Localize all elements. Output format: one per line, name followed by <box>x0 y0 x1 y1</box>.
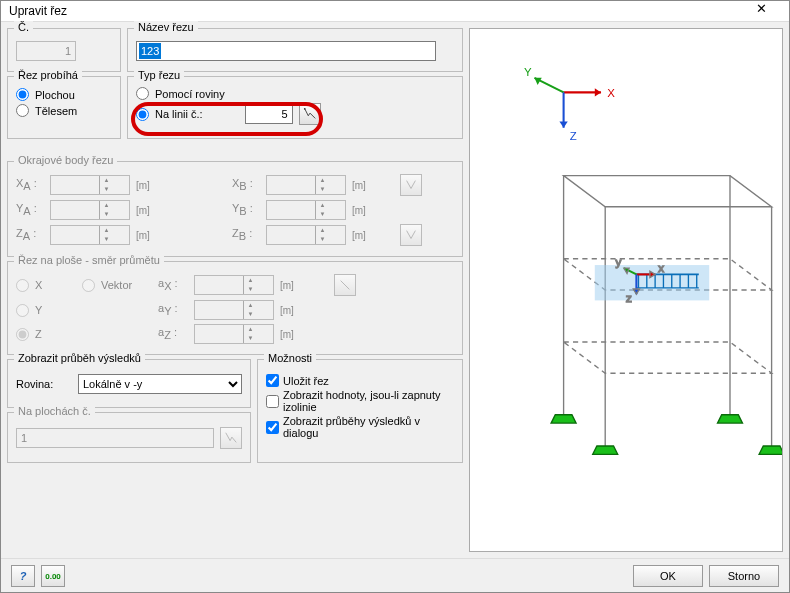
units-button[interactable]: 0.00 <box>41 565 65 587</box>
check-show-values[interactable]: Zobrazit hodnoty, jsou-li zapnuty izolin… <box>266 389 454 413</box>
pick-point-b-button <box>400 224 422 246</box>
radio-proj-y: Y <box>16 304 76 317</box>
picker-icon <box>303 107 317 121</box>
label-xa: XA : <box>16 177 44 192</box>
global-axes-icon: X Y Z <box>524 66 615 142</box>
radio-by-plane[interactable]: Pomocí roviny <box>136 87 454 100</box>
svg-marker-6 <box>559 122 567 128</box>
structure-preview: X Y Z <box>470 29 782 551</box>
input-xb: ▲▼ <box>266 175 346 195</box>
surfaces-input <box>16 428 214 448</box>
label-ax: aX : <box>158 277 188 292</box>
input-ya: ▲▼ <box>50 200 130 220</box>
radio-on-line[interactable]: Na linii č.: <box>136 108 203 121</box>
svg-point-0 <box>304 108 306 110</box>
fieldset-runs-through: Řez probíhá Plochou Tělesem <box>7 76 121 139</box>
input-za: ▲▼ <box>50 225 130 245</box>
check-save-section[interactable]: Uložit řez <box>266 374 454 387</box>
picker-icon <box>404 228 418 242</box>
number-input <box>16 41 76 61</box>
input-xa: ▲▼ <box>50 175 130 195</box>
pick-line-button[interactable] <box>299 103 321 125</box>
input-ax: ▲▼ <box>194 275 274 295</box>
svg-text:y: y <box>616 256 622 268</box>
input-az: ▲▼ <box>194 324 274 344</box>
picker-icon <box>338 278 352 292</box>
titlebar: Upravit řez ✕ <box>1 1 789 22</box>
help-icon: ? <box>20 570 27 582</box>
label-zb: ZB : <box>232 227 260 242</box>
fieldset-boundary: Okrajové body řezu XA : ▲▼ [m] XB : ▲▼ [… <box>7 161 463 257</box>
close-button[interactable]: ✕ <box>741 1 781 21</box>
label-xb: XB : <box>232 177 260 192</box>
label-za: ZA : <box>16 227 44 242</box>
preview-pane[interactable]: X Y Z <box>469 28 783 552</box>
fieldset-number: Č. <box>7 28 121 72</box>
fieldset-section-type: Typ řezu Pomocí roviny Na linii č.: <box>127 76 463 139</box>
fieldset-options: Možnosti Uložit řez Zobrazit hodnoty, js… <box>257 359 463 463</box>
fieldset-name: Název řezu 123 <box>127 28 463 72</box>
input-yb: ▲▼ <box>266 200 346 220</box>
svg-rect-14 <box>595 265 709 300</box>
pick-surfaces-button <box>220 427 242 449</box>
svg-text:x: x <box>658 262 664 274</box>
check-show-results[interactable]: Zobrazit průběhy výsledků v dialogu <box>266 415 454 439</box>
radio-proj-x: X <box>16 279 76 292</box>
units-icon: 0.00 <box>45 572 61 581</box>
picker-icon <box>404 178 418 192</box>
pick-vector-button <box>334 274 356 296</box>
fieldset-projection: Řez na ploše - směr průmětu X Vektor aX … <box>7 261 463 355</box>
label-yb: YB : <box>232 202 260 217</box>
svg-marker-2 <box>595 88 601 96</box>
pick-point-a-button <box>400 174 422 196</box>
radio-proj-vector: Vektor <box>82 279 152 292</box>
section-name-input[interactable] <box>136 41 436 61</box>
label-az: aZ : <box>158 326 188 341</box>
input-ay: ▲▼ <box>194 300 274 320</box>
picker-icon <box>224 431 238 445</box>
help-button[interactable]: ? <box>11 565 35 587</box>
fieldset-results: Zobrazit průběh výsledků Rovina: Lokálně… <box>7 359 251 408</box>
input-zb: ▲▼ <box>266 225 346 245</box>
svg-text:z: z <box>626 292 632 304</box>
line-number-input[interactable] <box>245 104 293 124</box>
cancel-button[interactable]: Storno <box>709 565 779 587</box>
svg-text:Z: Z <box>570 130 577 142</box>
label-ya: YA : <box>16 202 44 217</box>
radio-solid[interactable]: Tělesem <box>16 104 112 117</box>
svg-text:Y: Y <box>524 66 532 78</box>
label-ay: aY : <box>158 302 188 317</box>
plane-label: Rovina: <box>16 378 72 390</box>
radio-proj-z: Z <box>16 328 76 341</box>
plane-select[interactable]: Lokálně v -y <box>78 374 242 394</box>
fieldset-surfaces: Na plochách č. <box>7 412 251 463</box>
ok-button[interactable]: OK <box>633 565 703 587</box>
window-title: Upravit řez <box>9 4 741 18</box>
name-selection: 123 <box>139 43 161 59</box>
radio-plane[interactable]: Plochou <box>16 88 112 101</box>
svg-text:X: X <box>607 87 615 99</box>
